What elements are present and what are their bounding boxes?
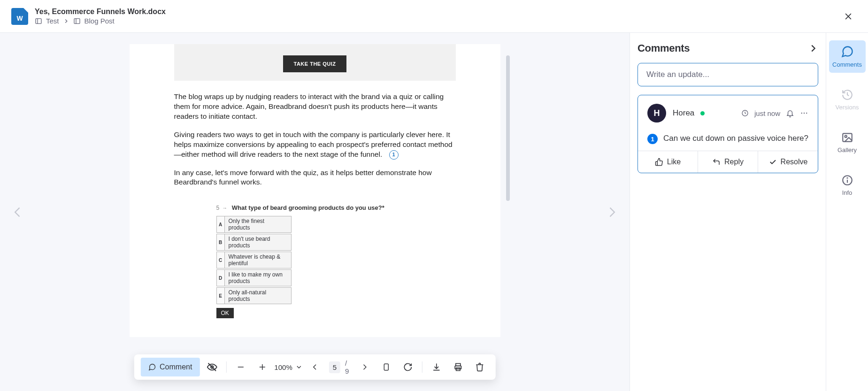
minus-icon: [236, 363, 245, 371]
breadcrumb-item[interactable]: Blog Post: [84, 17, 115, 25]
reply-button[interactable]: Reply: [698, 151, 758, 173]
resolve-button[interactable]: Resolve: [758, 151, 818, 173]
prev-file-button[interactable]: [6, 200, 30, 224]
delete-button[interactable]: [470, 358, 489, 376]
arrow-right-icon: →: [222, 205, 227, 211]
breadcrumb[interactable]: Test Blog Post: [35, 17, 840, 25]
chevron-right-icon: [808, 43, 818, 54]
rotate-button[interactable]: [399, 358, 417, 376]
breadcrumb-item[interactable]: Test: [46, 17, 59, 25]
avatar: H: [647, 104, 666, 123]
check-icon: [768, 158, 777, 166]
quiz-number: 5: [216, 205, 220, 211]
fit-page-button[interactable]: [377, 358, 396, 376]
svg-rect-11: [384, 364, 388, 370]
svg-point-23: [847, 178, 847, 178]
promo-cta-button: TAKE THE QUIZ: [283, 55, 346, 72]
sidebar-tab-versions[interactable]: Versions: [829, 84, 866, 115]
write-update-input[interactable]: Write an update...: [638, 63, 818, 86]
doc-type-letter: W: [16, 15, 23, 22]
print-icon: [453, 362, 463, 372]
download-button[interactable]: [427, 358, 446, 376]
promo-banner: TAKE THE QUIZ: [174, 44, 456, 81]
comment-card[interactable]: H Horea just now 1 Can we cut down on pa…: [638, 95, 818, 173]
bell-icon[interactable]: [786, 109, 794, 117]
comment-marker[interactable]: 1: [389, 150, 399, 160]
svg-rect-0: [36, 18, 41, 23]
paragraph-text: Giving readers two ways to get in touch …: [174, 130, 453, 158]
chevron-right-icon: [361, 363, 369, 371]
clock-icon: [741, 109, 749, 117]
page-icon: [382, 362, 391, 372]
trash-icon: [475, 362, 484, 372]
next-page-button[interactable]: [355, 358, 374, 376]
comment-mode-button[interactable]: Comment: [140, 358, 200, 376]
download-icon: [432, 362, 441, 372]
prev-page-button[interactable]: [306, 358, 324, 376]
zoom-level: 100%: [274, 363, 292, 371]
zoom-in-button[interactable]: [253, 358, 271, 376]
reply-icon: [712, 158, 721, 166]
print-button[interactable]: [449, 358, 468, 376]
chevron-right-icon: [63, 18, 69, 24]
header: W Yes, Ecommerce Funnels Work.docx Test …: [0, 0, 868, 33]
plus-icon: [258, 363, 266, 371]
chevron-right-icon: [605, 206, 618, 219]
document-page: TAKE THE QUIZ The blog wraps up by nudgi…: [130, 44, 500, 337]
thumbs-up-icon: [655, 158, 663, 166]
quiz-option: BI don't use beard products: [216, 234, 292, 251]
quiz-option: DI like to make my own products: [216, 269, 292, 286]
comment-icon: [841, 45, 854, 58]
sidebar-tab-info[interactable]: Info: [829, 169, 866, 201]
comments-title: Comments: [638, 42, 690, 54]
chevron-left-icon: [311, 363, 319, 371]
like-label: Like: [667, 158, 681, 166]
svg-rect-19: [843, 133, 852, 141]
document-viewer: TAKE THE QUIZ The blog wraps up by nudgi…: [0, 33, 630, 391]
board-icon: [35, 17, 42, 25]
next-file-button[interactable]: [599, 200, 624, 224]
quiz-option: CWhatever is cheap & plentiful: [216, 252, 292, 268]
quiz-ok-button: OK: [216, 308, 234, 318]
page-scrollbar[interactable]: [506, 55, 510, 281]
more-icon[interactable]: [800, 109, 808, 117]
sidebar-tab-comments[interactable]: Comments: [829, 40, 866, 73]
comments-panel: Comments Write an update... H Horea just…: [630, 33, 826, 391]
collapse-panel-button[interactable]: [808, 43, 818, 54]
svg-rect-2: [74, 18, 80, 23]
comment-number-badge: 1: [647, 134, 658, 144]
paragraph: In any case, let's move forward with the…: [174, 168, 456, 188]
sidebar-label: Info: [842, 189, 853, 196]
presence-dot: [700, 111, 705, 115]
total-pages: / 9: [345, 359, 351, 375]
sidebar-label: Gallery: [837, 146, 857, 153]
chevron-down-icon[interactable]: [295, 363, 303, 371]
comment-author: Horea: [673, 108, 694, 117]
sidebar-tab-gallery[interactable]: Gallery: [829, 127, 866, 158]
quiz-screenshot: 5→ What type of beard grooming products …: [216, 204, 456, 318]
quiz-option: EOnly all-natural products: [216, 287, 292, 304]
eye-off-icon: [207, 362, 217, 372]
zoom-out-button[interactable]: [231, 358, 250, 376]
board-icon: [73, 17, 81, 25]
comment-label: Comment: [160, 363, 192, 371]
right-rail: Comments Versions Gallery Info: [826, 33, 868, 391]
history-icon: [841, 89, 853, 101]
rotate-icon: [403, 362, 413, 372]
like-button[interactable]: Like: [638, 151, 698, 173]
reply-label: Reply: [724, 158, 744, 166]
file-name: Yes, Ecommerce Funnels Work.docx: [35, 8, 840, 16]
svg-point-20: [845, 136, 846, 138]
chevron-left-icon: [11, 206, 24, 219]
svg-point-16: [801, 113, 802, 114]
sidebar-label: Comments: [832, 61, 862, 68]
sidebar-label: Versions: [836, 104, 859, 111]
close-button[interactable]: [840, 8, 857, 25]
image-icon: [841, 131, 853, 144]
info-icon: [841, 174, 853, 186]
doc-type-icon: W: [11, 8, 28, 25]
annotation-visibility-button[interactable]: [202, 358, 221, 376]
current-page[interactable]: 5: [329, 361, 340, 373]
svg-point-18: [806, 113, 807, 114]
resolve-label: Resolve: [781, 158, 808, 166]
